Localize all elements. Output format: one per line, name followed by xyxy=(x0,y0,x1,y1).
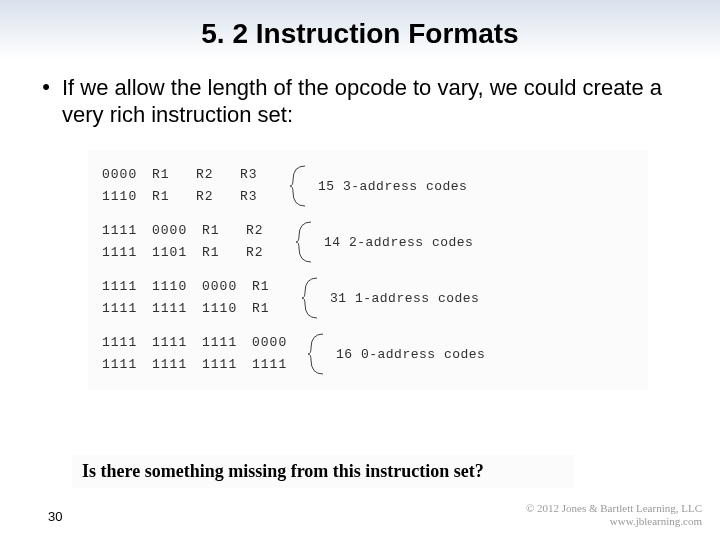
copyright-line1: © 2012 Jones & Bartlett Learning, LLC xyxy=(526,502,702,515)
code-field: R1 xyxy=(202,220,246,242)
code-field: 1111 xyxy=(202,354,252,376)
code-group: 11110000R1R211111101R1R214 2-address cod… xyxy=(102,220,638,264)
code-field: 1111 xyxy=(152,354,202,376)
code-field: R1 xyxy=(252,298,296,320)
code-field: 1111 xyxy=(102,354,152,376)
code-group: 111111100000R1111111111110R131 1-address… xyxy=(102,276,638,320)
instruction-diagram: 0000R1R2R31110R1R2R315 3-address codes11… xyxy=(88,150,648,390)
copyright-line2: www.jblearning.com xyxy=(526,515,702,528)
code-field: 1111 xyxy=(102,298,152,320)
code-field: 0000 xyxy=(202,276,252,298)
group-label: 16 0-address codes xyxy=(328,332,638,376)
code-group: 1111111111110000111111111111111116 0-add… xyxy=(102,332,638,376)
code-field: 1111 xyxy=(102,332,152,354)
group-label: 14 2-address codes xyxy=(316,220,638,264)
code-line: 11110000R1R2 xyxy=(102,220,290,242)
code-line: 111111100000R1 xyxy=(102,276,296,298)
slide-title: 5. 2 Instruction Formats xyxy=(0,0,720,50)
code-field: R2 xyxy=(246,242,290,264)
bullet-text: If we allow the length of the opcode to … xyxy=(58,74,686,128)
code-field: R2 xyxy=(196,186,240,208)
code-line: 1111111111111111 xyxy=(102,354,302,376)
code-field: R3 xyxy=(240,186,284,208)
copyright: © 2012 Jones & Bartlett Learning, LLC ww… xyxy=(526,502,702,528)
bullet-dot: • xyxy=(34,74,58,128)
code-field: R1 xyxy=(152,164,196,186)
code-field: 1111 xyxy=(252,354,302,376)
code-field: 1111 xyxy=(102,220,152,242)
code-field: R2 xyxy=(246,220,290,242)
code-field: 1110 xyxy=(202,298,252,320)
code-line: 1110R1R2R3 xyxy=(102,186,284,208)
code-field: 0000 xyxy=(152,220,202,242)
brace-icon xyxy=(300,276,322,320)
code-field: 1111 xyxy=(102,242,152,264)
code-line: 0000R1R2R3 xyxy=(102,164,284,186)
code-line: 11111101R1R2 xyxy=(102,242,290,264)
code-field: R1 xyxy=(202,242,246,264)
code-field: 1110 xyxy=(102,186,152,208)
code-group: 0000R1R2R31110R1R2R315 3-address codes xyxy=(102,164,638,208)
page-number: 30 xyxy=(48,509,62,524)
code-field: 0000 xyxy=(252,332,302,354)
code-field: R1 xyxy=(252,276,296,298)
code-field: R1 xyxy=(152,186,196,208)
group-label: 15 3-address codes xyxy=(310,164,638,208)
brace-icon xyxy=(294,220,316,264)
code-field: R3 xyxy=(240,164,284,186)
code-field: 1111 xyxy=(202,332,252,354)
code-field: 1111 xyxy=(102,276,152,298)
question-bar: Is there something missing from this ins… xyxy=(72,455,574,488)
code-field: 1110 xyxy=(152,276,202,298)
brace-icon xyxy=(288,164,310,208)
code-field: 0000 xyxy=(102,164,152,186)
code-line: 1111111111110000 xyxy=(102,332,302,354)
code-field: 1111 xyxy=(152,298,202,320)
code-field: R2 xyxy=(196,164,240,186)
code-line: 111111111110R1 xyxy=(102,298,296,320)
brace-icon xyxy=(306,332,328,376)
code-field: 1101 xyxy=(152,242,202,264)
bullet-block: • If we allow the length of the opcode t… xyxy=(0,50,720,128)
code-field: 1111 xyxy=(152,332,202,354)
group-label: 31 1-address codes xyxy=(322,276,638,320)
